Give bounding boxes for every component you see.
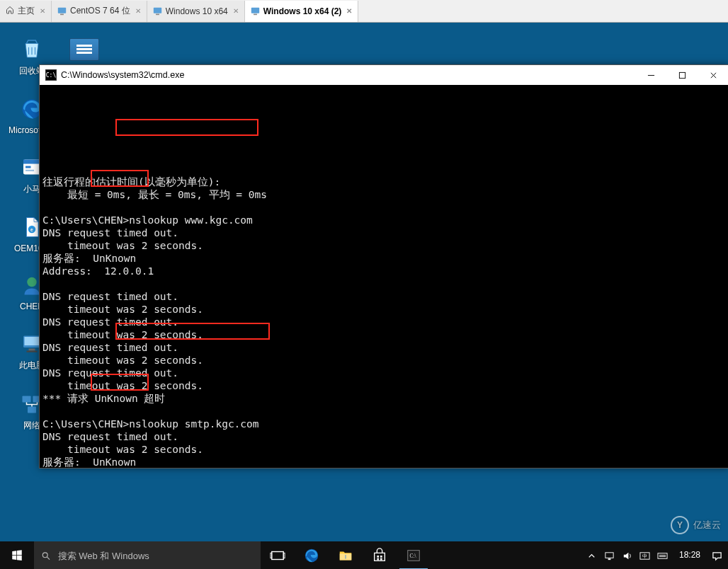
svg-line-24 xyxy=(47,557,50,559)
store-icon xyxy=(372,548,387,563)
maximize-button[interactable] xyxy=(666,65,698,85)
taskbar-explorer[interactable] xyxy=(329,541,363,569)
search-icon xyxy=(41,551,51,561)
svg-rect-16 xyxy=(29,349,35,351)
vm-tab-label: CentOS 7 64 位 xyxy=(70,5,130,17)
svg-text:e: e xyxy=(30,227,33,232)
svg-rect-9 xyxy=(25,166,31,168)
system-tray: 中 18:28 xyxy=(581,541,728,569)
svg-rect-37 xyxy=(658,553,667,558)
vm-tab-label: Windows 10 x64 (2) xyxy=(263,6,342,16)
close-icon[interactable]: ✕ xyxy=(232,7,240,15)
close-icon[interactable]: ✕ xyxy=(134,7,142,15)
svg-rect-5 xyxy=(254,14,257,16)
taskbar-cmd[interactable]: C:\ xyxy=(397,541,431,569)
cmd-title: C:\Windows\system32\cmd.exe xyxy=(61,70,184,80)
vm-icon xyxy=(153,6,162,16)
close-icon[interactable]: ✕ xyxy=(38,7,47,15)
svg-rect-34 xyxy=(608,558,611,560)
vm-tab-label: Windows 10 x64 xyxy=(166,6,228,16)
task-view-button[interactable] xyxy=(261,541,295,569)
cmd-icon: C:\ xyxy=(45,69,57,81)
svg-rect-33 xyxy=(605,552,613,558)
search-input[interactable] xyxy=(57,550,254,562)
action-center-icon[interactable] xyxy=(712,551,722,561)
control-panel-tile[interactable] xyxy=(69,38,99,61)
watermark-icon: Y xyxy=(671,516,689,534)
svg-rect-25 xyxy=(272,552,284,560)
cmd-titlebar[interactable]: C:\ C:\Windows\system32\cmd.exe xyxy=(40,65,728,85)
taskbar-search[interactable] xyxy=(34,541,261,569)
vm-icon xyxy=(251,6,260,16)
tray-volume-icon[interactable] xyxy=(622,551,632,561)
watermark-text: 亿速云 xyxy=(693,519,721,531)
svg-rect-10 xyxy=(25,170,34,171)
svg-rect-15 xyxy=(25,337,40,345)
svg-point-23 xyxy=(42,552,47,557)
svg-point-13 xyxy=(27,277,37,287)
svg-rect-1 xyxy=(60,14,64,16)
minimize-button[interactable] xyxy=(635,65,666,85)
svg-text:中: 中 xyxy=(642,553,647,558)
start-button[interactable] xyxy=(0,541,34,569)
edge-icon xyxy=(304,548,319,563)
list-icon xyxy=(76,45,92,54)
taskbar-edge[interactable] xyxy=(295,541,329,569)
vm-tab-home[interactable]: 主页 ✕ xyxy=(0,1,52,22)
svg-rect-2 xyxy=(154,8,161,13)
task-view-icon xyxy=(270,548,285,563)
cmd-window: C:\ C:\Windows\system32\cmd.exe 往返行程的估计时… xyxy=(39,64,728,469)
svg-rect-22 xyxy=(679,72,685,78)
guest-desktop: 回收站 Microsoft Edge 小马 e OEM10.x CHEN xyxy=(0,23,728,569)
taskbar: C:\ 中 18:28 xyxy=(0,541,728,569)
vm-tab-centos[interactable]: CentOS 7 64 位 ✕ xyxy=(52,1,147,22)
svg-rect-26 xyxy=(271,553,272,558)
svg-rect-27 xyxy=(283,553,285,558)
close-icon[interactable]: ✕ xyxy=(345,7,353,15)
watermark: Y 亿速云 xyxy=(671,516,721,534)
svg-rect-4 xyxy=(251,8,259,13)
vm-tab-win10[interactable]: Windows 10 x64 ✕ xyxy=(147,1,245,22)
cmd-icon: C:\ xyxy=(406,548,421,563)
svg-rect-3 xyxy=(156,14,159,16)
close-button[interactable] xyxy=(698,65,728,85)
tray-network-icon[interactable] xyxy=(604,551,615,561)
tray-chevron-up-icon[interactable] xyxy=(586,551,597,561)
tray-keyboard-icon[interactable] xyxy=(657,551,668,561)
vm-tab-label: 主页 xyxy=(18,5,35,17)
vm-tab-bar: 主页 ✕ CentOS 7 64 位 ✕ Windows 10 x64 ✕ Wi… xyxy=(0,0,728,23)
tray-ime-icon[interactable]: 中 xyxy=(639,551,650,561)
taskbar-clock[interactable]: 18:28 xyxy=(675,551,705,560)
svg-rect-20 xyxy=(28,407,36,413)
vm-icon xyxy=(57,6,67,16)
svg-rect-17 xyxy=(27,351,38,352)
recycle-bin-icon xyxy=(18,35,46,62)
highlight-nslookup-www xyxy=(115,119,258,136)
windows-icon xyxy=(11,549,23,562)
svg-rect-8 xyxy=(23,160,40,164)
cmd-output[interactable]: 往返行程的估计时间(以毫秒为单位): 最短 = 0ms, 最长 = 0ms, 平… xyxy=(40,85,728,468)
vm-tab-win10-2[interactable]: Windows 10 x64 (2) ✕ xyxy=(245,1,359,22)
svg-rect-18 xyxy=(23,396,31,403)
taskbar-store[interactable] xyxy=(363,541,397,569)
svg-rect-0 xyxy=(58,8,66,13)
folder-icon xyxy=(338,548,353,563)
home-icon xyxy=(6,6,14,16)
svg-rect-30 xyxy=(346,555,346,559)
svg-text:C:\: C:\ xyxy=(410,553,417,559)
